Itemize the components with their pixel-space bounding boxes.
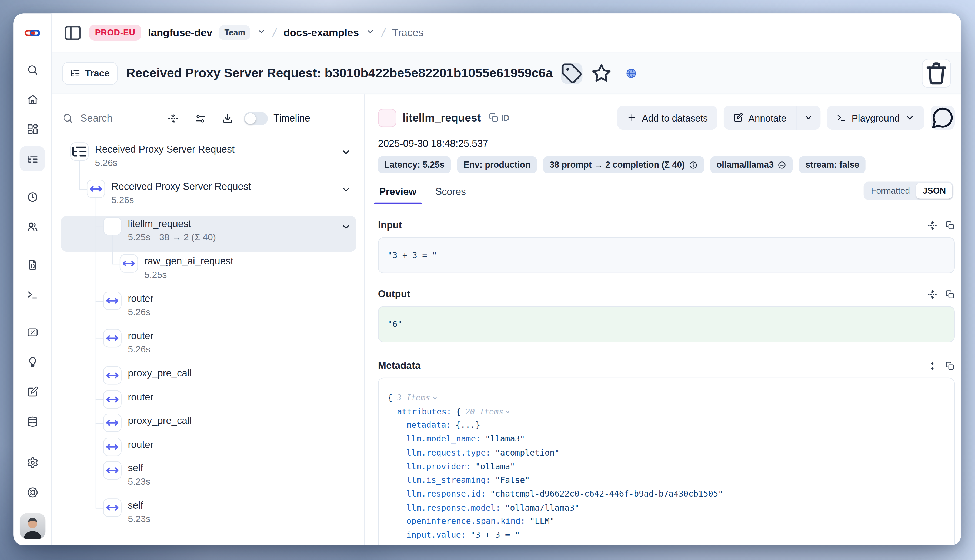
json-value: "acompletion" xyxy=(495,448,559,457)
sidebar-item-support[interactable] xyxy=(20,480,45,505)
tab-preview[interactable]: Preview xyxy=(378,186,418,204)
tree-row-text: router5.26s xyxy=(128,328,154,354)
copy-section-icon[interactable] xyxy=(945,220,955,230)
trace-title-bar: Trace Received Proxy Server Request: b30… xyxy=(52,52,961,94)
observation-badge[interactable]: 38 prompt → 2 completion (Σ 40) xyxy=(543,156,704,173)
span-type-icon xyxy=(103,498,122,517)
app-logo[interactable] xyxy=(13,13,51,52)
collapse-all-button[interactable] xyxy=(162,107,184,129)
json-items-count[interactable]: 20 Items xyxy=(465,407,511,416)
metadata-json-viewer[interactable]: {3 Itemsattributes:{20 Itemsmetadata:{..… xyxy=(378,378,955,545)
collapse-section-icon[interactable] xyxy=(927,220,937,230)
annotate-button[interactable]: Annotate xyxy=(724,105,796,130)
chevron-down-icon[interactable] xyxy=(341,222,351,232)
observation-header: litellm_request ID Add to datasets xyxy=(378,105,955,130)
observation-name: proxy_pre_call xyxy=(128,367,192,378)
copy-id-chip[interactable]: ID xyxy=(488,113,509,123)
tree-row[interactable]: self5.23s xyxy=(52,497,364,534)
user-avatar[interactable] xyxy=(19,513,45,539)
tree-row[interactable]: router5.26s xyxy=(52,290,364,328)
json-value: "ollama" xyxy=(475,462,515,471)
json-line: llm.input_messages.0.message.role:"syste… xyxy=(388,542,945,545)
playground-button[interactable]: Playground xyxy=(827,105,925,130)
tag-button[interactable] xyxy=(561,62,583,84)
tree-row[interactable]: router5.26s xyxy=(52,328,364,365)
tree-row[interactable]: router xyxy=(52,436,364,460)
download-button[interactable] xyxy=(216,107,238,129)
tree-row[interactable]: litellm_request5.25s38 → 2 (Σ 40) xyxy=(52,216,364,253)
chevron-down-icon[interactable] xyxy=(341,184,351,195)
sidebar-item-evaluation[interactable] xyxy=(20,319,45,345)
org-chevron-down-icon[interactable] xyxy=(257,27,266,38)
tag-icon xyxy=(561,62,583,84)
collapse-section-icon[interactable] xyxy=(927,361,937,370)
bookmark-button[interactable] xyxy=(591,62,612,84)
metadata-section-header: Metadata xyxy=(378,360,955,371)
sidebar-item-settings[interactable] xyxy=(20,450,45,475)
copy-section-icon[interactable] xyxy=(945,290,955,299)
annotate-dropdown-button[interactable] xyxy=(796,105,820,130)
project-chevron-down-icon[interactable] xyxy=(366,27,375,38)
observation-badge[interactable]: Env: production xyxy=(457,156,537,173)
tree-row-text: raw_gen_ai_request5.25s xyxy=(144,253,233,280)
json-value: {...} xyxy=(456,420,480,430)
json-key: llm.is_streaming: xyxy=(406,475,491,485)
timeline-toggle[interactable] xyxy=(244,112,268,125)
add-to-datasets-button[interactable]: Add to datasets xyxy=(617,105,717,130)
json-line: llm.response.id:"chatcmpl-d96622c0-c642-… xyxy=(388,487,945,501)
public-button[interactable] xyxy=(620,62,642,84)
breadcrumb-section[interactable]: Traces xyxy=(392,27,424,38)
comments-button[interactable] xyxy=(931,105,955,130)
org-role-badge[interactable]: Team xyxy=(219,25,251,40)
trace-type-chip[interactable]: Trace xyxy=(62,62,118,84)
preview-content[interactable]: Input "3 + 3 = " Output xyxy=(378,204,955,545)
tree-row[interactable]: Received Proxy Server Request5.26s xyxy=(52,178,364,216)
sidebar-item-annotations[interactable] xyxy=(20,379,45,404)
collapse-section-icon[interactable] xyxy=(927,290,937,299)
observation-title: litellm_request xyxy=(403,111,481,124)
observation-tree-panel: Timeline Received Proxy Server Request5.… xyxy=(52,94,365,545)
json-value: "chatcmpl-d96622c0-c642-446f-b9ad-b7a430… xyxy=(490,489,723,498)
view-json-option[interactable]: JSON xyxy=(916,183,952,199)
sidebar-item-tracing[interactable] xyxy=(20,146,45,172)
environment-badge[interactable]: PROD-EU xyxy=(89,25,141,40)
search-input[interactable] xyxy=(79,112,156,125)
sidebar-item-playground[interactable] xyxy=(20,282,45,307)
observation-badge[interactable]: Latency: 5.25s xyxy=(378,156,451,173)
delete-trace-button[interactable] xyxy=(922,58,951,88)
input-label: Input xyxy=(378,220,402,231)
terminal-icon xyxy=(26,288,38,300)
chevron-down-icon[interactable] xyxy=(341,147,351,158)
observation-badge[interactable]: ollama/llama3 xyxy=(710,156,793,173)
json-line: openinference.span.kind:"LLM" xyxy=(388,515,945,528)
tree-row[interactable]: router xyxy=(52,389,364,413)
sidebar-item-users[interactable] xyxy=(20,214,45,239)
tree-row[interactable]: raw_gen_ai_request5.25s xyxy=(52,253,364,290)
tree-row[interactable]: Received Proxy Server Request5.26s xyxy=(52,141,364,178)
info-icon[interactable] xyxy=(689,160,697,169)
pluscircle-icon[interactable] xyxy=(778,160,786,169)
sidebar-item-sessions[interactable] xyxy=(20,184,45,210)
breadcrumb-org[interactable]: langfuse-dev xyxy=(148,27,212,38)
breadcrumb-project[interactable]: docs-examples xyxy=(283,27,359,38)
sidebar-toggle-button[interactable] xyxy=(63,23,82,42)
tree-row[interactable]: self5.23s xyxy=(52,460,364,497)
tree-row[interactable]: proxy_pre_call xyxy=(52,413,364,436)
tree-row[interactable]: proxy_pre_call xyxy=(52,365,364,389)
sidebar-nav xyxy=(13,52,51,450)
observation-name: self xyxy=(128,463,143,473)
tab-scores[interactable]: Scores xyxy=(434,186,467,204)
view-formatted-option[interactable]: Formatted xyxy=(865,183,916,199)
observation-badge[interactable]: stream: false xyxy=(799,156,866,173)
sidebar-item-datasets[interactable] xyxy=(20,408,45,434)
sidebar-item-prompts[interactable] xyxy=(20,252,45,277)
json-items-count[interactable]: 3 Items xyxy=(397,393,438,402)
tree-row-text: Received Proxy Server Request5.26s xyxy=(95,141,234,167)
sidebar-item-search[interactable] xyxy=(20,57,45,82)
sidebar-item-home[interactable] xyxy=(20,87,45,112)
sidebar-item-insights[interactable] xyxy=(20,349,45,375)
view-settings-button[interactable] xyxy=(189,107,211,129)
sidebar-item-dashboards[interactable] xyxy=(20,117,45,142)
copy-section-icon[interactable] xyxy=(945,361,955,370)
json-value: "False" xyxy=(495,475,530,485)
